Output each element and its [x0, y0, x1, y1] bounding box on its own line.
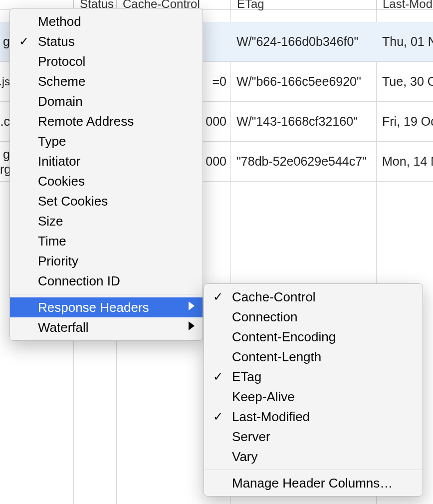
menu-item-label: Protocol [38, 54, 85, 69]
menu-item-label: Connection ID [38, 273, 120, 288]
menu-item-waterfall[interactable]: Waterfall [10, 317, 203, 337]
submenu-item-connection[interactable]: Connection [204, 307, 423, 327]
menu-item-label: Method [38, 14, 81, 29]
menu-item-label: Content-Length [232, 349, 321, 364]
menu-item-label: Remote Address [38, 114, 134, 129]
submenu-item-etag[interactable]: ✓ETag [204, 367, 423, 387]
cell-last-modified: Thu, 01 N [376, 22, 433, 61]
submenu-item-keep-alive[interactable]: Keep-Alive [204, 387, 423, 407]
menu-item-time[interactable]: Time [10, 231, 203, 251]
menu-item-label: Size [38, 214, 63, 229]
menu-item-label: Waterfall [38, 320, 89, 335]
submenu-item-content-length[interactable]: Content-Length [204, 347, 423, 367]
menu-item-label: Cookies [38, 174, 85, 189]
cell-last-modified: Fri, 19 Oc [376, 102, 433, 141]
menu-item-label: Keep-Alive [232, 389, 295, 404]
cell-cache-control [202, 22, 230, 61]
menu-item-label: Domain [38, 94, 83, 109]
menu-item-connection-id[interactable]: Connection ID [10, 271, 203, 291]
menu-item-label: Server [232, 429, 270, 444]
submenu-item-server[interactable]: Server [204, 427, 423, 447]
menu-item-label: Type [38, 134, 66, 149]
menu-item-response-headers[interactable]: Response Headers [10, 297, 203, 317]
menu-item-remote-address[interactable]: Remote Address [10, 111, 203, 131]
devtools-network-columns: { "columns": { "status": "Status", "cach… [0, 0, 433, 504]
menu-item-label: Cache-Control [232, 289, 316, 304]
menu-item-label: ETag [232, 369, 261, 384]
cell-last-modified: Tue, 30 O [376, 62, 433, 101]
cell-etag: W/"b66-166c5ee6920" [230, 62, 376, 101]
menu-separator [10, 294, 203, 294]
columns-context-menu: Method✓StatusProtocolSchemeDomainRemote … [9, 8, 203, 341]
submenu-item-last-modified[interactable]: ✓Last-Modified [204, 407, 423, 427]
submenu-item-content-encoding[interactable]: Content-Encoding [204, 327, 423, 347]
check-icon: ✓ [213, 288, 223, 305]
cell-etag: "78db-52e0629e544c7" [230, 142, 376, 181]
chevron-right-icon [189, 321, 195, 330]
column-header-last-modified[interactable]: Last-Mod [376, 0, 433, 10]
check-icon: ✓ [213, 408, 223, 425]
cell-last-modified: Mon, 14 M [376, 142, 433, 181]
cell-cache-control: 000 [202, 142, 230, 181]
cell-etag: W/"624-166d0b346f0" [230, 22, 376, 61]
menu-item-scheme[interactable]: Scheme [10, 71, 203, 91]
cell-etag: W/"143-1668cf32160" [230, 102, 376, 141]
menu-item-label: Content-Encoding [232, 329, 336, 344]
menu-item-label: Priority [38, 253, 78, 268]
menu-item-label: Connection [232, 309, 298, 324]
response-headers-submenu: ✓Cache-ControlConnectionContent-Encoding… [204, 283, 423, 497]
menu-item-set-cookies[interactable]: Set Cookies [10, 191, 203, 211]
check-icon: ✓ [213, 368, 223, 385]
menu-item-method[interactable]: Method [10, 11, 203, 31]
menu-item-size[interactable]: Size [10, 211, 203, 231]
submenu-item-manage-header-columns[interactable]: Manage Header Columns… [204, 473, 423, 493]
menu-item-cookies[interactable]: Cookies [10, 171, 203, 191]
submenu-item-vary[interactable]: Vary [204, 447, 423, 467]
menu-item-label: Manage Header Columns… [232, 476, 393, 491]
menu-item-label: Vary [232, 449, 258, 464]
menu-item-label: Set Cookies [38, 194, 108, 209]
menu-item-label: Scheme [38, 74, 85, 89]
menu-item-label: Status [38, 34, 75, 49]
menu-item-label: Time [38, 234, 66, 249]
menu-item-priority[interactable]: Priority [10, 251, 203, 271]
menu-item-initiator[interactable]: Initiator [10, 151, 203, 171]
menu-item-type[interactable]: Type [10, 131, 203, 151]
menu-item-label: Last-Modified [232, 409, 310, 424]
menu-item-protocol[interactable]: Protocol [10, 51, 203, 71]
check-icon: ✓ [19, 33, 29, 50]
menu-separator [204, 470, 423, 470]
submenu-item-cache-control[interactable]: ✓Cache-Control [204, 287, 423, 307]
menu-item-label: Response Headers [38, 300, 149, 315]
menu-item-status[interactable]: ✓Status [10, 31, 203, 51]
menu-item-domain[interactable]: Domain [10, 91, 203, 111]
cell-cache-control: =0 [202, 62, 230, 101]
cell-cache-control: 000 [202, 102, 230, 141]
menu-item-label: Initiator [38, 154, 80, 169]
chevron-right-icon [189, 301, 195, 310]
column-header-etag[interactable]: ETag [230, 0, 264, 10]
